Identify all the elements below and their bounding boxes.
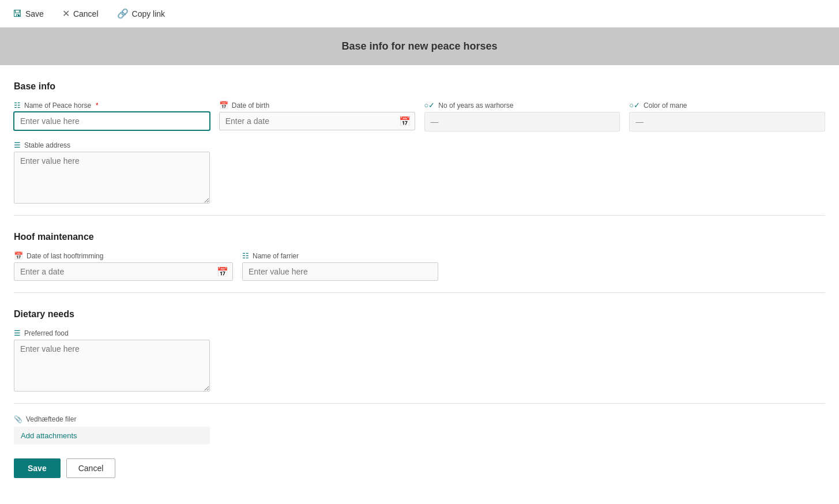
name-of-farrier-field: ☷ Name of farrier	[242, 251, 438, 281]
copy-link-button[interactable]: 🔗 Copy link	[114, 6, 169, 21]
hooftrimming-calendar-button[interactable]: 📅	[217, 266, 228, 277]
text-field-icon: ☷	[14, 101, 21, 110]
copy-link-label: Copy link	[132, 9, 165, 18]
color-of-mane-value: —	[629, 112, 825, 131]
date-of-birth-label: 📅 Date of birth	[219, 101, 415, 110]
stable-address-label: ☰ Stable address	[14, 141, 210, 149]
base-info-row-1: ☷ Name of Peace horse * 📅 Date of birth …	[14, 101, 825, 131]
toolbar: 🖫 Save ✕ Cancel 🔗 Copy link	[0, 0, 839, 28]
close-icon: ✕	[62, 8, 70, 19]
base-info-row-2: ☰ Stable address	[14, 141, 825, 204]
calendar-label-icon: 📅	[219, 101, 228, 110]
paperclip-icon: 📎	[14, 415, 22, 423]
page-title: Base info for new peace horses	[341, 40, 497, 52]
no-of-years-label: ○✓ No of years as warhorse	[424, 101, 620, 110]
hooftrimming-date-wrapper: 📅	[14, 262, 233, 281]
dietary-needs-section-title: Dietary needs	[14, 304, 825, 319]
date-of-birth-input[interactable]	[219, 112, 415, 130]
stable-address-input[interactable]	[14, 152, 210, 204]
checkmark-icon-2: ○✓	[629, 101, 640, 110]
dietary-needs-row-1: ☰ Preferred food	[14, 329, 825, 392]
text-area-icon-food: ☰	[14, 329, 21, 337]
name-of-peace-horse-field: ☷ Name of Peace horse *	[14, 101, 210, 130]
hoof-maintenance-row-1: 📅 Date of last hooftrimming 📅 ☷ Name of …	[14, 251, 825, 281]
preferred-food-field: ☰ Preferred food	[14, 329, 210, 392]
name-of-farrier-label: ☷ Name of farrier	[242, 251, 438, 260]
color-of-mane-label: ○✓ Color of mane	[629, 101, 825, 110]
no-of-years-value: —	[424, 112, 620, 131]
required-marker: *	[96, 101, 99, 110]
add-attachments-button[interactable]: Add attachments	[14, 427, 210, 445]
stable-address-field: ☰ Stable address	[14, 141, 210, 204]
save-toolbar-button[interactable]: 🖫 Save	[9, 6, 47, 21]
color-of-mane-field: ○✓ Color of mane —	[629, 101, 825, 131]
date-of-last-hooftrimming-input[interactable]	[14, 262, 233, 281]
checkmark-icon: ○✓	[424, 101, 435, 110]
date-of-birth-calendar-button[interactable]: 📅	[399, 116, 411, 127]
date-of-birth-wrapper: 📅	[219, 112, 415, 130]
cancel-button[interactable]: Cancel	[66, 458, 116, 478]
name-of-farrier-input[interactable]	[242, 262, 438, 281]
divider-1	[14, 215, 825, 216]
name-of-peace-horse-input[interactable]	[14, 112, 210, 130]
date-of-birth-field: 📅 Date of birth 📅	[219, 101, 415, 130]
cancel-toolbar-label: Cancel	[73, 9, 99, 18]
cancel-toolbar-button[interactable]: ✕ Cancel	[59, 6, 102, 21]
divider-2	[14, 292, 825, 293]
save-icon: 🖫	[13, 9, 22, 19]
save-button[interactable]: Save	[14, 458, 61, 478]
calendar-icon-hoof-btn: 📅	[217, 267, 228, 277]
hoof-maintenance-section-title: Hoof maintenance	[14, 227, 825, 242]
no-of-years-field: ○✓ No of years as warhorse —	[424, 101, 620, 131]
divider-3	[14, 403, 825, 404]
base-info-section-title: Base info	[14, 77, 825, 92]
link-icon: 🔗	[117, 8, 129, 19]
bottom-buttons: Save Cancel	[14, 458, 825, 478]
date-of-last-hooftrimming-label: 📅 Date of last hooftrimming	[14, 251, 233, 260]
attachments-section: 📎 Vedhæftede filer Add attachments	[14, 415, 825, 445]
preferred-food-label: ☰ Preferred food	[14, 329, 210, 337]
page-header: Base info for new peace horses	[0, 28, 839, 65]
name-of-peace-horse-label: ☷ Name of Peace horse *	[14, 101, 210, 110]
save-toolbar-label: Save	[25, 9, 44, 18]
text-icon-farrier: ☷	[242, 251, 249, 260]
text-area-icon: ☰	[14, 141, 21, 149]
attachments-label: 📎 Vedhæftede filer	[14, 415, 825, 423]
add-attachment-label: Add attachments	[21, 431, 77, 440]
date-of-last-hooftrimming-field: 📅 Date of last hooftrimming 📅	[14, 251, 233, 281]
main-content: Base info ☷ Name of Peace horse * 📅 Date…	[0, 65, 839, 501]
calendar-icon-hoof: 📅	[14, 251, 23, 260]
preferred-food-input[interactable]	[14, 340, 210, 392]
calendar-icon: 📅	[399, 116, 411, 126]
